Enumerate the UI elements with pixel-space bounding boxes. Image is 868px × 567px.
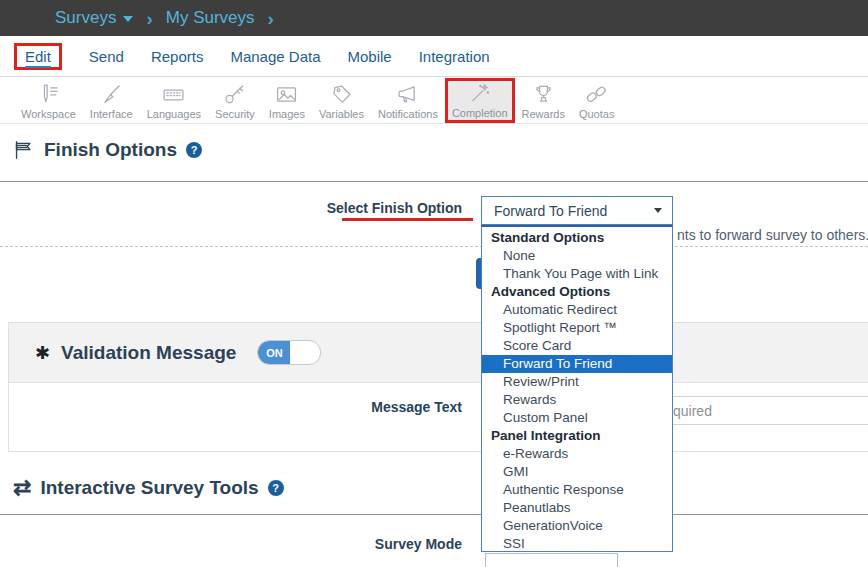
dropdown-option-none[interactable]: None: [482, 247, 672, 265]
asterisk-icon: ✱: [35, 344, 50, 362]
toolbar-item-label: Variables: [319, 108, 364, 120]
key-icon: [222, 82, 247, 107]
toolbar-item-label: Languages: [147, 108, 201, 120]
help-icon[interactable]: ?: [186, 142, 202, 158]
menu-item-label: Mobile: [348, 48, 392, 65]
dropdown-option-rewards[interactable]: Rewards: [482, 391, 672, 409]
breadcrumb-my-surveys-label: My Surveys: [166, 8, 255, 28]
select-finish-option-label: Select Finish Option: [300, 200, 462, 216]
menu-item-label: Reports: [151, 48, 204, 65]
dropdown-option-custom-panel[interactable]: Custom Panel: [482, 409, 672, 427]
toolbar-item-label: Quotas: [579, 108, 614, 120]
validation-toggle[interactable]: ON: [257, 340, 321, 365]
selected-finish-option: Forward To Friend: [494, 203, 654, 219]
menu-item-reports[interactable]: Reports: [151, 48, 204, 65]
dropdown-option-score-card[interactable]: Score Card: [482, 337, 672, 355]
toolbar-item-completion[interactable]: Completion: [445, 78, 515, 123]
toolbar-item-quotas[interactable]: Quotas: [572, 80, 621, 123]
breadcrumb-my-surveys[interactable]: My Surveys: [166, 8, 255, 28]
finish-option-dropdown-list: Standard OptionsNoneThank You Page with …: [481, 225, 673, 552]
helper-text-fragment: nts to forward survey to others.: [677, 227, 868, 243]
menu-item-mobile[interactable]: Mobile: [348, 48, 392, 65]
horizontal-arrows-icon: ⇄: [13, 477, 31, 499]
menu-item-manage-data[interactable]: Manage Data: [230, 48, 320, 65]
finish-option-select[interactable]: Forward To Friend: [481, 196, 673, 225]
breadcrumb-separator-icon: ›: [146, 9, 152, 28]
menu-item-label: Manage Data: [230, 48, 320, 65]
picture-icon: [274, 82, 299, 107]
toolbar-item-label: Rewards: [522, 108, 565, 120]
keyboard-icon: [161, 82, 186, 107]
validation-card-header: ✱ Validation Message ON: [9, 323, 868, 383]
toolbar: WorkspaceInterfaceLanguagesSecurityImage…: [0, 78, 868, 124]
survey-completion-page: Surveys › My Surveys › EditSendReportsMa…: [0, 0, 868, 567]
dropdown-option-review-print[interactable]: Review/Print: [482, 373, 672, 391]
dropdown-option-spotlight-report[interactable]: Spotlight Report ™: [482, 319, 672, 337]
dropdown-option-thank-you-page-with-link[interactable]: Thank You Page with Link: [482, 265, 672, 283]
toolbar-item-label: Images: [269, 108, 305, 120]
toolbar-item-languages[interactable]: Languages: [140, 80, 208, 123]
section-divider: [0, 514, 868, 515]
pencil-list-icon: [36, 82, 61, 107]
dropdown-option-forward-to-friend[interactable]: Forward To Friend: [482, 355, 672, 373]
toolbar-item-interface[interactable]: Interface: [83, 80, 140, 123]
survey-mode-select[interactable]: [485, 553, 618, 567]
survey-mode-label: Survey Mode: [300, 536, 462, 552]
section-divider: [0, 181, 868, 182]
interactive-survey-tools-heading: ⇄ Interactive Survey Tools ?: [13, 477, 284, 499]
toolbar-item-security[interactable]: Security: [208, 80, 262, 123]
chevron-down-icon: [123, 16, 133, 22]
help-icon[interactable]: ?: [268, 480, 284, 496]
dropdown-group-standard-options: Standard Options: [482, 229, 672, 247]
message-text-label: Message Text: [300, 399, 462, 415]
menu-bar: EditSendReportsManage DataMobileIntegrat…: [0, 36, 868, 77]
magic-wand-icon: [467, 81, 492, 106]
trophy-icon: [531, 82, 556, 107]
dropdown-group-advanced-options: Advanced Options: [482, 283, 672, 301]
tag-icon: [329, 82, 354, 107]
validation-message-card: ✱ Validation Message ON: [8, 322, 868, 452]
dropdown-option-ssi[interactable]: SSI: [482, 535, 672, 552]
flag-icon: [13, 139, 35, 161]
toolbar-item-notifications[interactable]: Notifications: [371, 80, 445, 123]
dropdown-group-panel-integration: Panel Integration: [482, 427, 672, 445]
page-title: Finish Options: [44, 139, 177, 161]
top-breadcrumb-bar: Surveys › My Surveys ›: [0, 0, 868, 36]
dropdown-option-peanutlabs[interactable]: Peanutlabs: [482, 499, 672, 517]
breadcrumb-separator-icon: ›: [268, 9, 274, 28]
toolbar-item-label: Interface: [90, 108, 133, 120]
menu-item-integration[interactable]: Integration: [419, 48, 490, 65]
finish-options-heading: Finish Options ?: [13, 139, 202, 161]
toggle-on-label: ON: [258, 341, 290, 364]
dropdown-option-gmi[interactable]: GMI: [482, 463, 672, 481]
breadcrumb-surveys[interactable]: Surveys: [55, 8, 133, 28]
menu-item-label: Integration: [419, 48, 490, 65]
megaphone-icon: [395, 82, 420, 107]
menu-item-send[interactable]: Send: [89, 48, 124, 65]
chain-links-icon: [584, 82, 609, 107]
menu-item-label: Edit: [25, 48, 51, 68]
finish-option-helper-text: nts to forward survey to others. ?: [677, 227, 868, 243]
menu-item-label: Send: [89, 48, 124, 65]
dropdown-option-e-rewards[interactable]: e-Rewards: [482, 445, 672, 463]
dropdown-option-generationvoice[interactable]: GenerationVoice: [482, 517, 672, 535]
toolbar-item-label: Workspace: [21, 108, 76, 120]
toolbar-item-label: Notifications: [378, 108, 438, 120]
dashed-divider: [0, 246, 868, 247]
breadcrumb-surveys-label: Surveys: [55, 8, 116, 28]
toolbar-item-label: Completion: [452, 107, 508, 119]
chevron-down-icon: [654, 208, 662, 213]
validation-message-title: Validation Message: [61, 342, 236, 364]
interactive-survey-tools-title: Interactive Survey Tools: [40, 477, 258, 499]
toolbar-item-rewards[interactable]: Rewards: [515, 80, 572, 123]
toolbar-item-label: Security: [215, 108, 255, 120]
toolbar-item-images[interactable]: Images: [262, 80, 312, 123]
annotation-underline: [342, 218, 473, 221]
menu-item-edit[interactable]: Edit: [14, 43, 62, 70]
message-text-value-fragment: quired: [673, 403, 712, 419]
dropdown-option-automatic-redirect[interactable]: Automatic Redirect: [482, 301, 672, 319]
dropdown-option-authentic-response[interactable]: Authentic Response: [482, 481, 672, 499]
toolbar-item-variables[interactable]: Variables: [312, 80, 371, 123]
brush-icon: [99, 82, 124, 107]
toolbar-item-workspace[interactable]: Workspace: [14, 80, 83, 123]
